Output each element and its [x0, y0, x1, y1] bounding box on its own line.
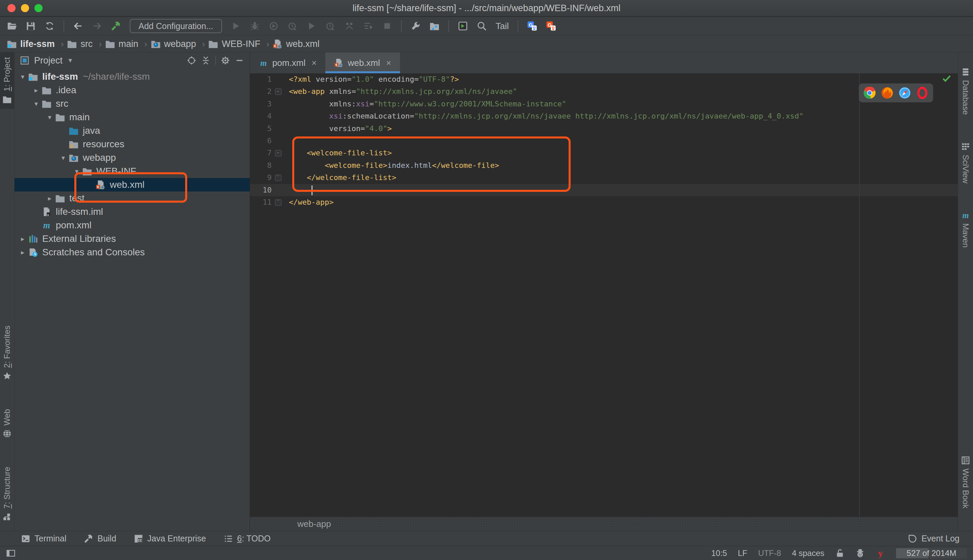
tree-item-scratches-and-consoles[interactable]: ▸ Scratches and Consoles [15, 245, 250, 259]
run-terminal-icon[interactable] [458, 21, 468, 31]
chevron-down-icon[interactable]: ▾ [44, 113, 55, 121]
toolwindow-button-word-book[interactable]: Word Book [958, 451, 973, 513]
chevron-right-icon[interactable]: ▸ [17, 235, 28, 243]
chevron-down-icon[interactable]: ▾ [17, 73, 28, 81]
tree-item-webapp[interactable]: ▾ webapp [15, 151, 250, 165]
toolwindow-button-1-project[interactable]: 1: Project [0, 52, 14, 109]
tree-item-web-inf[interactable]: ▾ WEB-INF [15, 165, 250, 178]
close-tab-icon[interactable]: × [386, 58, 391, 68]
synchronize-icon[interactable] [45, 21, 55, 31]
youdao-icon[interactable]: y [876, 548, 885, 558]
tree-item-resources[interactable]: resources [15, 137, 250, 151]
search-everywhere-icon[interactable] [477, 21, 487, 31]
tree-item-test[interactable]: ▸ test [15, 192, 250, 205]
chevron-right-icon[interactable]: ▸ [17, 248, 28, 257]
breadcrumb-item-webapp[interactable]: webapp [151, 39, 196, 49]
run-icon[interactable] [231, 21, 241, 31]
chevron-down-icon[interactable]: ▾ [71, 167, 82, 175]
tree-item-life-ssm-iml[interactable]: life-ssm.iml [15, 205, 250, 218]
zoom-window-button[interactable] [35, 4, 43, 12]
status-utf-8[interactable]: UTF-8 [758, 548, 781, 558]
code-line-7[interactable]: 7 − <welcome-file-list> [250, 147, 958, 159]
editor-tab-pom-xml[interactable]: m pom.xml × [250, 52, 325, 73]
translate-selection-icon[interactable]: G [546, 21, 556, 31]
chevron-right-icon[interactable]: ▸ [31, 86, 42, 94]
project-panel-title[interactable]: Project [34, 55, 62, 66]
code-line-3[interactable]: 3 xmlns:xsi="http://www.w3.org/2001/XMLS… [250, 98, 958, 110]
run-anything-icon[interactable] [306, 21, 317, 31]
hide-panel-icon[interactable] [235, 56, 244, 65]
collapse-all-icon[interactable] [201, 56, 210, 65]
attach-profiler-icon[interactable] [344, 21, 354, 31]
breadcrumb-tag[interactable]: web-app [297, 519, 331, 529]
profiler-icon[interactable] [287, 21, 298, 31]
tree-item-external-libraries[interactable]: ▸ External Libraries [15, 232, 250, 245]
tree-item-src[interactable]: ▾ src [15, 97, 250, 110]
tail-button[interactable]: Tail [496, 21, 509, 32]
chevron-right-icon[interactable]: ▸ [44, 194, 55, 202]
fold-marker[interactable]: ‾ [275, 175, 281, 181]
google-translate-icon[interactable]: G [527, 21, 537, 31]
chevron-down-icon[interactable]: ▼ [67, 57, 73, 64]
close-window-button[interactable] [7, 4, 15, 12]
chevron-down-icon[interactable]: ▾ [58, 154, 68, 162]
select-opened-file-icon[interactable] [187, 56, 196, 65]
chevron-down-icon[interactable]: ▾ [31, 100, 42, 108]
code-line-5[interactable]: 5 version="4.0"> [250, 123, 958, 135]
open-file-icon[interactable] [7, 21, 17, 31]
save-all-icon[interactable] [26, 21, 36, 31]
build-project-icon[interactable] [111, 21, 121, 31]
breadcrumb-item-web-xml[interactable]: web.xml [273, 39, 320, 49]
tree-item-pom-xml[interactable]: m pom.xml [15, 218, 250, 232]
rerun-icon[interactable] [363, 21, 373, 31]
project-structure-icon[interactable] [429, 21, 439, 31]
translator-face-icon[interactable] [855, 548, 865, 558]
toolwindow-button-2-favorites[interactable]: 2: Favorites [2, 321, 12, 385]
close-tab-icon[interactable]: × [312, 58, 317, 68]
toolwindow-toggle-icon[interactable] [6, 548, 15, 558]
toolwindow-button-6-todo[interactable]: 6: TODO [224, 534, 270, 543]
code-line-11[interactable]: 11 ‾ </web-app> [250, 196, 958, 208]
tree-item-java[interactable]: java [15, 124, 250, 137]
editor-tab-web-xml[interactable]: web.xml × [325, 52, 400, 73]
cpu-profiler-icon[interactable] [325, 21, 335, 31]
safari-browser-icon[interactable] [899, 87, 911, 99]
add-configuration-button[interactable]: Add Configuration... [130, 19, 222, 33]
code-line-4[interactable]: 4 xsi:schemaLocation="http://xmlns.jcp.o… [250, 110, 958, 122]
opera-browser-icon[interactable] [916, 87, 928, 99]
breadcrumb-item-web-inf[interactable]: WEB-INF [208, 39, 260, 49]
toolwindow-button-java-enterprise[interactable]: EE Java Enterprise [134, 534, 206, 543]
status-10-5[interactable]: 10:5 [711, 548, 727, 558]
code-line-8[interactable]: 8 <welcome-file>index.html</welcome-file… [250, 159, 958, 172]
code-line-1[interactable]: 1 <?xml version="1.0" encoding="UTF-8"?> [250, 73, 958, 85]
code-line-6[interactable]: 6 [250, 135, 958, 147]
breadcrumb-item-main[interactable]: main [105, 39, 139, 49]
fold-marker[interactable]: ‾ [275, 199, 281, 206]
breadcrumb-item-src[interactable]: src [67, 39, 93, 49]
firefox-browser-icon[interactable] [881, 87, 893, 99]
toolwindow-button-web[interactable]: Web [2, 404, 12, 443]
code-line-10[interactable]: 10 [250, 184, 958, 196]
toolwindow-button-database[interactable]: Database [961, 62, 970, 120]
tree-item-main[interactable]: ▾ main [15, 110, 250, 124]
stop-icon[interactable] [382, 21, 392, 31]
status-4-spaces[interactable]: 4 spaces [792, 548, 824, 558]
toolwindow-button-7-structure[interactable]: 7: Structure [2, 462, 12, 526]
status-lf[interactable]: LF [738, 548, 747, 558]
breadcrumb-item-life-ssm[interactable]: life-ssm [7, 39, 55, 49]
settings-wrench-icon[interactable] [411, 21, 421, 31]
memory-indicator[interactable]: 527 of 2014M [896, 548, 967, 558]
gear-icon[interactable] [220, 56, 230, 65]
fold-marker[interactable]: − [275, 150, 281, 157]
run-with-coverage-icon[interactable] [269, 21, 279, 31]
code-line-2[interactable]: 2 − <web-app xmlns="http://xmlns.jcp.org… [250, 85, 958, 98]
tree-item-idea[interactable]: ▸ .idea [15, 83, 250, 97]
chrome-browser-icon[interactable] [863, 87, 876, 99]
tree-item-web-xml[interactable]: web.xml [15, 178, 250, 192]
tree-item-life-ssm[interactable]: ▾ life-ssm ~/share/life-ssm [15, 70, 250, 83]
unlock-icon[interactable] [835, 548, 844, 558]
debug-icon[interactable] [250, 21, 260, 31]
toolwindow-button-maven[interactable]: mMaven [961, 206, 970, 252]
code-line-9[interactable]: 9 ‾ </welcome-file-list> [250, 172, 958, 184]
forward-icon[interactable] [92, 21, 102, 31]
